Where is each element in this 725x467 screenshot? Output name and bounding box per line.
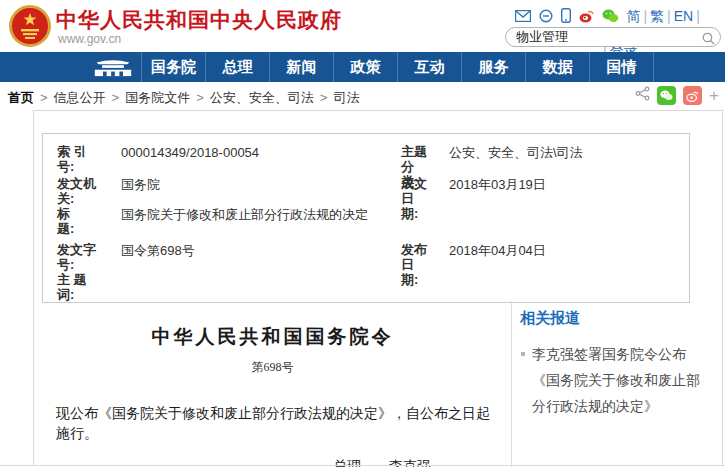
site-search: [505, 27, 721, 47]
meta-value-keywords: [121, 272, 387, 296]
share-more-icon[interactable]: +: [709, 87, 719, 104]
breadcrumb-separator: >: [40, 90, 48, 105]
breadcrumb-separator: >: [196, 90, 204, 105]
breadcrumb-justice[interactable]: 司法: [333, 90, 359, 105]
meta-value-issuing-agency: 国务院: [121, 176, 387, 206]
document-meta-table: 索 引 号: 000014349/2018-00054 主题分 类: 公安、安全…: [42, 133, 690, 303]
meta-label-title: 标 题:: [43, 206, 121, 242]
separator: |: [696, 8, 700, 24]
meta-value-empty: [435, 272, 689, 296]
breadcrumb: 首页>信息公开>国务院文件>公安、安全、司法>司法: [8, 89, 359, 107]
related-news-title[interactable]: 相关报道: [520, 309, 723, 328]
lang-traditional-link[interactable]: 繁: [650, 8, 664, 24]
meta-value-topic-category: 公安、安全、司法\司法: [435, 144, 689, 176]
meta-label-keywords: 主 题 词:: [43, 272, 121, 296]
nav-item-national[interactable]: 国情: [589, 52, 653, 82]
breadcrumb-info-disclosure[interactable]: 信息公开: [54, 90, 106, 105]
decree-number: 第698号: [34, 359, 511, 376]
decree-text: 现公布《国务院关于修改和废止部分行政法规的决定》，自公布之日起施行。: [34, 403, 511, 443]
accessibility-circle-icon[interactable]: [539, 9, 553, 26]
meta-label-empty: [387, 206, 435, 242]
meta-label-doc-number: 发文字 号:: [43, 242, 121, 272]
mail-icon[interactable]: [515, 9, 531, 25]
meta-label-issuing-agency: 发文机 关:: [43, 176, 121, 206]
content-panel: 索 引 号: 000014349/2018-00054 主题分 类: 公安、安全…: [33, 110, 723, 466]
weibo-icon[interactable]: [579, 9, 594, 26]
meta-label-date-published: 发布日 期:: [387, 242, 435, 272]
meta-value-doc-number: 国令第698号: [121, 242, 387, 272]
meta-value-date-written: 2018年03月19日: [435, 176, 689, 206]
breadcrumb-separator: >: [112, 90, 120, 105]
gov-cn-page: 中华人民共和国中央人民政府 www.gov.cn 简|繁|EN|注册 |登录: [0, 0, 725, 467]
share-wechat-icon[interactable]: [657, 86, 676, 105]
nav-item-policy[interactable]: 政策: [333, 52, 397, 82]
meta-value-empty: [435, 206, 689, 242]
main-nav: 国务院 总理 新闻 政策 互动 服务 数据 国情: [0, 52, 725, 82]
meta-value-index-no: 000014349/2018-00054: [121, 144, 387, 176]
nav-item-news[interactable]: 新闻: [269, 52, 333, 82]
site-header: 中华人民共和国中央人民政府 www.gov.cn 简|繁|EN|注册 |登录: [0, 0, 725, 52]
nav-item-state-council[interactable]: 国务院: [141, 52, 205, 82]
meta-label-empty: [387, 272, 435, 296]
related-news-link[interactable]: 李克强签署国务院令公布《国务院关于修改和废止部分行政法规的决定》: [520, 341, 712, 419]
meta-value-date-published: 2018年04月04日: [435, 242, 689, 272]
nav-item-services[interactable]: 服务: [461, 52, 525, 82]
mobile-icon[interactable]: [561, 8, 571, 26]
share-icon[interactable]: [635, 86, 650, 105]
share-toolbar: +: [635, 86, 719, 105]
share-weibo-icon[interactable]: [683, 86, 702, 105]
nav-home[interactable]: [85, 52, 141, 82]
site-title: 中华人民共和国中央人民政府: [56, 6, 342, 34]
decree-title: 中华人民共和国国务院令: [34, 324, 511, 350]
meta-value-title: 国务院关于修改和废止部分行政法规的决定: [121, 206, 387, 242]
site-url: www.gov.cn: [58, 32, 121, 46]
nav-item-premier[interactable]: 总理: [205, 52, 269, 82]
tiananmen-home-icon: [91, 57, 135, 77]
document-body: 中华人民共和国国务院令 第698号 现公布《国务院关于修改和废止部分行政法规的决…: [34, 324, 511, 467]
wechat-icon[interactable]: [602, 9, 619, 26]
nav-divider: [653, 52, 654, 82]
separator: |: [667, 8, 671, 24]
meta-label-date-written: 成文日 期:: [387, 176, 435, 206]
page-bottom-divider: [0, 465, 725, 466]
search-input[interactable]: [516, 29, 696, 45]
lang-simplified-link[interactable]: 简: [626, 8, 640, 24]
breadcrumb-state-council-docs[interactable]: 国务院文件: [125, 90, 190, 105]
meta-label-index-no: 索 引 号:: [43, 144, 121, 176]
separator: |: [643, 8, 647, 24]
meta-label-topic-category: 主题分 类:: [387, 144, 435, 176]
breadcrumb-public-security[interactable]: 公安、安全、司法: [210, 90, 314, 105]
breadcrumb-home[interactable]: 首页: [8, 90, 34, 105]
national-emblem-logo[interactable]: [8, 3, 52, 50]
related-news-sidebar: 相关报道 李克强签署国务院令公布《国务院关于修改和废止部分行政法规的决定》: [511, 301, 723, 467]
search-icon[interactable]: [702, 31, 715, 44]
lang-english-link[interactable]: EN: [674, 8, 693, 24]
nav-item-interact[interactable]: 互动: [397, 52, 461, 82]
breadcrumb-separator: >: [320, 90, 328, 105]
nav-item-data[interactable]: 数据: [525, 52, 589, 82]
